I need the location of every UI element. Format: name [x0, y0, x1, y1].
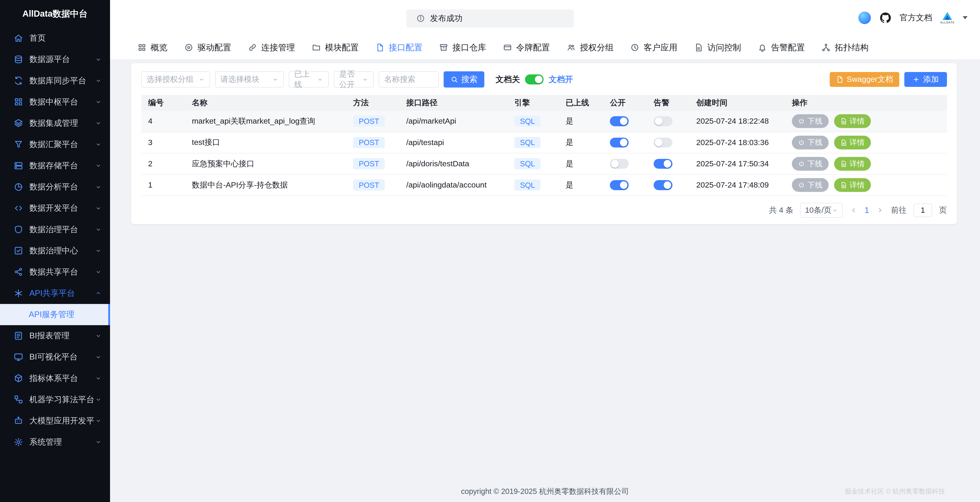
tab-client-app[interactable]: 客户应用	[630, 42, 677, 53]
col-method: 方法	[346, 95, 399, 110]
sidebar: AllData数据中台 首页 数据源平台 数据库同步平台 数据中枢平台	[0, 0, 110, 502]
file-text-icon	[694, 43, 703, 52]
tab-overview[interactable]: 概览	[138, 42, 167, 53]
alert-toggle[interactable]	[654, 116, 673, 126]
detail-button[interactable]: 详情	[834, 178, 871, 192]
offline-button[interactable]: 下线	[792, 157, 829, 171]
tab-topology[interactable]: 拓扑结构	[822, 42, 869, 53]
file-icon	[840, 139, 847, 146]
chevron-down-icon	[272, 76, 278, 83]
sidebar-item-data-sharing[interactable]: 数据共享平台	[0, 261, 110, 282]
cell-path: /api/marketApi	[399, 111, 508, 132]
tab-driver-config[interactable]: 驱动配置	[185, 42, 231, 53]
tab-alert-config[interactable]: 告警配置	[758, 42, 805, 53]
sidebar-item-home[interactable]: 首页	[0, 27, 110, 49]
user-menu-caret-icon[interactable]	[963, 16, 967, 19]
cube-icon	[14, 373, 23, 383]
tab-auth-group[interactable]: 授权分组	[567, 42, 614, 53]
offline-button[interactable]: 下线	[792, 178, 829, 192]
chevron-down-icon	[317, 76, 323, 83]
offline-button[interactable]: 下线	[792, 114, 829, 128]
sidebar-item-metric-system[interactable]: 指标体系平台	[0, 368, 110, 389]
cell-online: 是	[559, 174, 603, 196]
file-icon	[840, 160, 847, 167]
public-toggle[interactable]	[610, 180, 629, 190]
hub-grid-icon	[14, 97, 23, 107]
sidebar-item-data-integration[interactable]: 数据集成管理	[0, 113, 110, 134]
alert-toggle[interactable]	[654, 138, 673, 148]
funnel-icon	[14, 140, 23, 149]
sidebar-item-llm-platform[interactable]: 大模型应用开发平台	[0, 410, 110, 431]
sidebar-item-ml-platform[interactable]: 机器学习算法平台	[0, 389, 110, 410]
detail-button[interactable]: 详情	[834, 157, 871, 171]
sidebar-item-bi-visualization[interactable]: BI可视化平台	[0, 346, 110, 368]
sidebar-item-label: 机器学习算法平台	[29, 394, 95, 405]
public-toggle[interactable]	[610, 116, 629, 126]
tab-token-config[interactable]: 令牌配置	[503, 42, 550, 53]
power-icon	[798, 160, 805, 167]
sidebar-item-data-analysis[interactable]: 数据分析平台	[0, 176, 110, 198]
engine-tag: SQL	[514, 179, 541, 191]
sidebar-item-label: BI可视化平台	[29, 351, 95, 362]
public-toggle[interactable]	[610, 138, 629, 148]
online-select[interactable]: 已上线	[289, 71, 329, 88]
api-table: 编号 名称 方法 接口路径 引擎 已上线 公开 告警 创建时间 操作	[141, 95, 947, 196]
flow-icon	[14, 395, 23, 404]
chevron-down-icon	[832, 207, 838, 214]
col-engine: 引擎	[508, 95, 559, 110]
doc-toggle[interactable]	[525, 74, 544, 84]
page-size-select[interactable]: 10条/页	[800, 203, 843, 218]
sidebar-item-db-sync[interactable]: 数据库同步平台	[0, 70, 110, 91]
sidebar-item-data-hub[interactable]: 数据中枢平台	[0, 91, 110, 113]
report-icon	[14, 331, 23, 341]
alldata-logo[interactable]: ALLDATA	[940, 11, 955, 24]
chevron-down-icon	[95, 438, 102, 445]
tab-access-control[interactable]: 访问控制	[694, 42, 741, 53]
next-page-icon[interactable]	[876, 206, 884, 214]
offline-button[interactable]: 下线	[792, 135, 829, 150]
module-select[interactable]: 请选择模块	[215, 71, 284, 88]
add-button[interactable]: 添加	[904, 72, 947, 87]
sidebar-item-label: 数据中枢平台	[29, 97, 95, 107]
chevron-down-icon	[95, 396, 102, 403]
sidebar-item-bi-report[interactable]: BI报表管理	[0, 325, 110, 346]
tab-interface-repo[interactable]: 接口仓库	[439, 42, 486, 53]
file-icon	[840, 118, 847, 124]
search-button[interactable]: 搜索	[444, 71, 484, 88]
sidebar-item-data-aggregation[interactable]: 数据汇聚平台	[0, 134, 110, 155]
official-docs-link[interactable]: 官方文档	[900, 12, 932, 23]
sidebar-subitem-api-service-mgmt[interactable]: API服务管理	[0, 304, 110, 325]
community-logo-icon[interactable]	[858, 11, 871, 24]
sidebar-item-data-dev[interactable]: 数据开发平台	[0, 198, 110, 219]
table-header-row: 编号 名称 方法 接口路径 引擎 已上线 公开 告警 创建时间 操作	[141, 95, 947, 110]
goto-page-input[interactable]	[913, 204, 932, 217]
link-icon	[248, 43, 257, 52]
swagger-doc-button[interactable]: Swagger文档	[830, 72, 899, 87]
alert-toggle[interactable]	[654, 159, 673, 169]
alert-toggle[interactable]	[654, 180, 673, 190]
sidebar-item-system-mgmt[interactable]: 系统管理	[0, 431, 110, 453]
prev-page-icon[interactable]	[850, 206, 858, 214]
tab-module-config[interactable]: 模块配置	[312, 42, 359, 53]
chevron-down-icon	[95, 77, 102, 84]
sidebar-item-data-governance[interactable]: 数据治理平台	[0, 219, 110, 240]
table-row: 4 market_api关联market_api_log查询 POST /api…	[141, 111, 947, 132]
detail-button[interactable]: 详情	[834, 135, 871, 150]
tab-connection-mgmt[interactable]: 连接管理	[248, 42, 295, 53]
detail-button[interactable]: 详情	[834, 114, 871, 128]
main-area: 官方文档 ALLDATA 概览 驱动配置 连接管理 模块配置 接口配置 接口仓库…	[110, 0, 980, 502]
sidebar-item-governance-center[interactable]: 数据治理中心	[0, 240, 110, 261]
sidebar-item-data-source[interactable]: 数据源平台	[0, 49, 110, 70]
public-toggle[interactable]	[610, 159, 629, 169]
cell-created: 2025-07-24 18:03:36	[689, 132, 785, 153]
auth-group-select[interactable]: 选择授权分组	[141, 71, 210, 88]
col-id: 编号	[141, 95, 185, 110]
name-search-input[interactable]	[379, 71, 439, 88]
sidebar-item-api-sharing[interactable]: API共享平台	[0, 282, 110, 304]
public-select[interactable]: 是否公开	[334, 71, 374, 88]
table-row: 2 应急预案中心接口 POST /api/doris/testData SQL …	[141, 153, 947, 174]
sidebar-item-data-storage[interactable]: 数据存储平台	[0, 155, 110, 176]
page-number[interactable]: 1	[864, 206, 869, 215]
tab-interface-config[interactable]: 接口配置	[375, 42, 422, 53]
github-icon[interactable]	[879, 11, 892, 24]
